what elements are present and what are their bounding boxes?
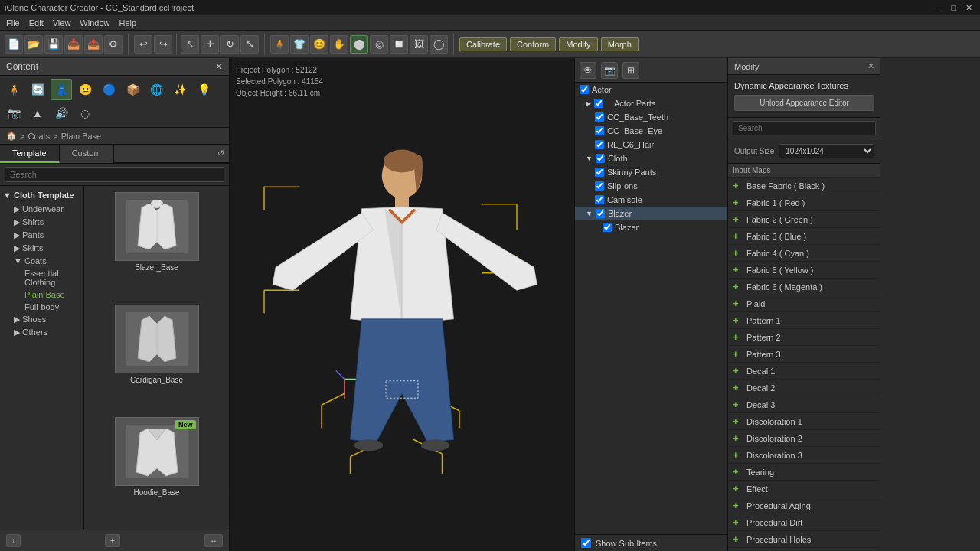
plus-icon[interactable]: + — [733, 348, 743, 360]
plus-icon[interactable]: + — [733, 533, 743, 545]
eye-checkbox[interactable] — [595, 126, 604, 135]
texture-row-tearing[interactable]: +Tearing — [728, 464, 880, 481]
camisole-checkbox[interactable] — [595, 195, 604, 204]
menu-file[interactable]: File — [6, 18, 20, 28]
search-input[interactable] — [5, 167, 224, 182]
plus-icon[interactable]: + — [733, 416, 743, 427]
refresh-icon[interactable]: ↺ — [217, 148, 224, 158]
export-icon[interactable]: 📤 — [84, 35, 103, 54]
add-btn[interactable]: + — [105, 534, 120, 547]
plus-icon[interactable]: + — [733, 399, 743, 410]
texture-row-procedural-aging[interactable]: +Procedural Aging — [728, 497, 880, 514]
plus-icon[interactable]: + — [733, 281, 743, 292]
show-sub-items[interactable]: Show Sub Items — [575, 534, 727, 551]
plus-icon[interactable]: + — [733, 517, 743, 528]
plus-icon[interactable]: + — [733, 298, 743, 309]
thumb-hoodie-base[interactable]: New Hoodie_Base — [115, 417, 199, 497]
plus-icon[interactable]: + — [733, 483, 743, 494]
plus-icon[interactable]: + — [733, 264, 743, 276]
texture-row-pattern-1[interactable]: +Pattern 1 — [728, 312, 880, 329]
terrain-icon[interactable]: ▲ — [27, 103, 48, 124]
texture-row-fabric-1--red-[interactable]: +Fabric 1 ( Red ) — [728, 194, 880, 211]
texture-row-pattern-2[interactable]: +Pattern 2 — [728, 329, 880, 346]
import-icon[interactable]: 📥 — [64, 35, 83, 54]
plus-icon[interactable]: + — [733, 432, 743, 444]
tab-custom[interactable]: Custom — [60, 145, 114, 163]
actor-icon[interactable]: 🧍 — [3, 79, 24, 100]
tree-root-cloth-template[interactable]: ▼ Cloth Template — [3, 191, 80, 200]
morph-icon[interactable]: ◎ — [370, 35, 388, 54]
texture-row-decal-3[interactable]: +Decal 3 — [728, 396, 880, 413]
tree-item-full-body[interactable]: Full-body — [14, 301, 80, 313]
plus-icon[interactable]: + — [733, 365, 743, 377]
tree-item-essential[interactable]: Essential Clothing — [14, 267, 80, 289]
hair-checkbox[interactable] — [595, 140, 604, 149]
texture-row-fabric-3--blue-[interactable]: +Fabric 3 ( Blue ) — [728, 228, 880, 245]
skinny-pants-checkbox[interactable] — [595, 168, 604, 177]
plus-icon[interactable]: + — [733, 180, 743, 191]
texture-row-base-fabric--black-[interactable]: +Base Fabric ( Black ) — [728, 178, 880, 194]
maximize-btn[interactable]: □ — [948, 3, 959, 13]
scene-camisole[interactable]: Camisole — [575, 193, 727, 207]
prop-icon[interactable]: 📦 — [122, 79, 143, 100]
menu-edit[interactable]: Edit — [29, 18, 44, 28]
scene-skinny-pants[interactable]: Skinny Pants — [575, 165, 727, 179]
calibrate-button[interactable]: Calibrate — [459, 37, 507, 51]
teeth-checkbox[interactable] — [595, 112, 604, 122]
move-icon[interactable]: ✛ — [201, 35, 219, 54]
settings-icon[interactable]: ⚙ — [104, 35, 122, 54]
texture-row-fabric-4--cyan-[interactable]: +Fabric 4 ( Cyan ) — [728, 245, 880, 262]
cloth-panel-icon[interactable]: 👗 — [51, 79, 72, 100]
plus-icon[interactable]: + — [733, 466, 743, 478]
menu-help[interactable]: Help — [119, 18, 136, 28]
unload-appearance-button[interactable]: Unload Appearance Editor — [734, 95, 874, 111]
effect-icon[interactable]: ✨ — [169, 79, 191, 100]
texture-row-procedural-holes[interactable]: +Procedural Holes — [728, 531, 880, 548]
thumb-blazer-base[interactable]: Blazer_Base — [115, 192, 199, 272]
actor-parts-expand[interactable]: ▶ — [586, 99, 591, 107]
plus-icon[interactable]: + — [733, 500, 743, 511]
breadcrumb-plain-base[interactable]: Plain Base — [61, 132, 102, 141]
texture-row-fabric-5--yellow-[interactable]: +Fabric 5 ( Yellow ) — [728, 262, 880, 279]
tree-item-plain-base[interactable]: Plain Base — [14, 289, 80, 301]
redo-icon[interactable]: ↪ — [154, 35, 172, 54]
swap-btn[interactable]: ↔ — [204, 534, 223, 547]
content-panel-close-icon[interactable]: ✕ — [215, 61, 223, 72]
render-icon[interactable]: ◯ — [430, 35, 448, 54]
blazer-sub-checkbox[interactable] — [603, 223, 612, 232]
face-panel-icon[interactable]: 😐 — [74, 79, 96, 100]
texture-row-effect[interactable]: +Effect — [728, 481, 880, 497]
menu-view[interactable]: View — [53, 18, 71, 28]
actor-parts-checkbox[interactable] — [594, 99, 603, 108]
audio-icon[interactable]: 🔊 — [51, 103, 72, 124]
thumb-cardigan-base[interactable]: Cardigan_Base — [115, 305, 199, 384]
scroll-down-btn[interactable]: ↓ — [6, 534, 21, 547]
conform-button[interactable]: Conform — [510, 37, 556, 51]
scene-icon[interactable]: 🌐 — [145, 79, 167, 100]
cloth-icon[interactable]: 👕 — [290, 35, 309, 54]
plus-icon[interactable]: + — [733, 382, 743, 393]
open-icon[interactable]: 📂 — [24, 35, 43, 54]
scene-eye[interactable]: CC_Base_Eye — [575, 124, 727, 138]
scene-teeth[interactable]: CC_Base_Teeth — [575, 110, 727, 124]
tree-item-others[interactable]: ▶ Others — [3, 326, 80, 339]
plus-icon[interactable]: + — [733, 331, 743, 343]
motion-icon[interactable]: 🔄 — [27, 79, 48, 100]
scene-actor-parts[interactable]: ▶ Actor Parts — [575, 96, 727, 110]
tree-item-pants[interactable]: ▶ Pants — [3, 229, 80, 242]
select-icon[interactable]: ↖ — [181, 35, 199, 54]
blazer-checkbox[interactable] — [596, 209, 605, 218]
plus-icon[interactable]: + — [733, 247, 743, 259]
menu-window[interactable]: Window — [80, 18, 109, 28]
texture-icon[interactable]: 🖼 — [410, 35, 428, 54]
minimize-btn[interactable]: ─ — [933, 3, 946, 13]
tree-item-shirts[interactable]: ▶ Shirts — [3, 216, 80, 229]
blazer-expand[interactable]: ▼ — [586, 210, 593, 217]
texture-row-discoloration-1[interactable]: +Discoloration 1 — [728, 413, 880, 430]
tree-item-coats[interactable]: ▼ Coats — [3, 255, 80, 267]
texture-row-decal-2[interactable]: +Decal 2 — [728, 380, 880, 396]
scene-cloth[interactable]: ▼ Cloth — [575, 152, 727, 165]
plus-icon[interactable]: + — [733, 315, 743, 326]
plus-icon[interactable]: + — [733, 197, 743, 208]
cloth-checkbox[interactable] — [596, 154, 605, 163]
